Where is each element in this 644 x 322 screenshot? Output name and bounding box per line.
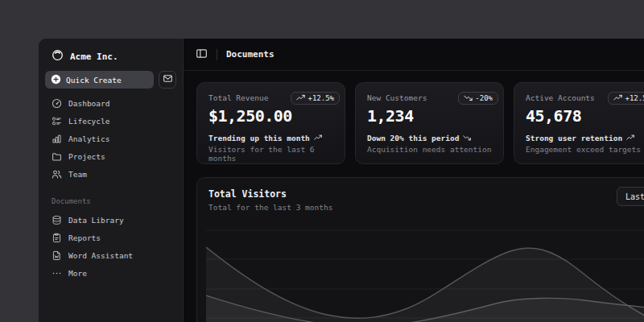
quick-create-label: Quick Create <box>66 76 122 85</box>
dashboard-gauge-icon <box>52 98 62 109</box>
footer-sub-text: Engagement exceed targets <box>526 145 644 154</box>
stat-card-new-customers: New Customers -20% 1,234 Down 20% this p… <box>355 82 504 164</box>
inner-shadow-circle-logo-icon <box>52 49 64 64</box>
inbox-button[interactable] <box>159 71 176 89</box>
sidebar-item-label: Analytics <box>68 134 109 143</box>
dots-icon <box>52 268 62 279</box>
card-footer: Trending up this month Visitors for the … <box>208 134 333 163</box>
sidebar-item-label: Lifecycle <box>68 117 109 126</box>
sidebar-item-label: Dashboard <box>68 99 109 108</box>
chart-subtitle: Total for the last 3 months <box>208 203 644 212</box>
sidebar-item-more[interactable]: More <box>45 265 176 282</box>
sidebar-item-reports[interactable]: Reports <box>45 229 176 246</box>
sidebar-item-label: Data Library <box>68 216 124 225</box>
badge-value: -20% <box>475 94 493 102</box>
sidebar-item-dashboard[interactable]: Dashboard <box>45 95 176 112</box>
sidebar-item-label: Reports <box>68 233 101 242</box>
page-title: Documents <box>226 49 275 60</box>
sidebar-item-label: Word Assistant <box>68 251 133 260</box>
sidebar-item-label: More <box>68 269 87 278</box>
folder-icon <box>52 151 62 162</box>
trending-up-icon <box>613 94 622 103</box>
sidebar-item-analytics[interactable]: Analytics <box>45 130 176 147</box>
org-switcher[interactable]: Acme Inc. <box>45 47 176 66</box>
trending-down-icon <box>463 134 471 142</box>
footer-main-text: Trending up this month <box>208 134 310 142</box>
chart-bar-icon <box>52 134 62 144</box>
sidebar-item-word-assistant[interactable]: Word Assistant <box>45 247 176 264</box>
database-icon <box>52 215 62 225</box>
time-range-button[interactable]: Last 3 months <box>617 187 644 206</box>
trending-down-icon <box>464 94 473 103</box>
card-value: 1,234 <box>367 106 492 126</box>
users-icon <box>52 169 62 180</box>
stat-cards-row: Total Revenue +12.5% $1,250.00 Trending … <box>196 82 644 164</box>
stat-card-active-accounts: Active Accounts +12.5% 45,678 Strong use… <box>514 82 644 164</box>
sidebar-item-data-library[interactable]: Data Library <box>45 212 176 229</box>
card-value: 45,678 <box>526 106 644 126</box>
panel-left-icon <box>196 47 208 62</box>
documents-nav: Data Library Reports Wor <box>45 212 176 282</box>
footer-main-text: Strong user retention <box>526 134 622 142</box>
footer-sub-text: Acquisition needs attention <box>367 145 492 154</box>
content-area: Total Revenue +12.5% $1,250.00 Trending … <box>184 71 644 322</box>
mail-icon <box>163 73 173 86</box>
sidebar-item-team[interactable]: Team <box>45 166 176 183</box>
trend-badge: -20% <box>458 92 498 105</box>
documents-section-label: Documents <box>45 197 176 207</box>
card-value: $1,250.00 <box>208 106 333 126</box>
card-footer: Strong user retention Engagement exceed … <box>526 134 644 154</box>
badge-value: +12.5% <box>625 94 644 102</box>
sidebar-toggle-button[interactable] <box>196 47 208 62</box>
header-divider <box>217 49 217 60</box>
sidebar-item-projects[interactable]: Projects <box>45 148 176 165</box>
trending-up-icon <box>314 134 322 142</box>
main-area: Documents Total Revenue +12.5% $1,250.00 <box>184 39 644 322</box>
file-word-icon <box>52 250 62 261</box>
trend-badge: +12.5% <box>291 92 340 105</box>
app-window: Acme Inc. Quick Create <box>39 39 644 322</box>
trending-up-icon <box>626 134 634 142</box>
badge-value: +12.5% <box>308 94 334 102</box>
area-chart-svg <box>206 229 644 322</box>
list-details-icon <box>52 116 62 126</box>
report-icon <box>52 233 62 243</box>
trending-up-icon <box>296 94 305 103</box>
sidebar-item-label: Projects <box>68 152 105 161</box>
footer-main-text: Down 20% this period <box>367 134 459 142</box>
sidebar: Acme Inc. Quick Create <box>39 39 184 322</box>
stat-card-total-revenue: Total Revenue +12.5% $1,250.00 Trending … <box>196 82 345 164</box>
top-header: Documents <box>184 39 644 71</box>
card-footer: Down 20% this period Acquisition needs a… <box>367 134 492 154</box>
org-name: Acme Inc. <box>70 52 118 62</box>
primary-nav: Dashboard Lifecycle Analytics <box>45 95 176 183</box>
footer-sub-text: Visitors for the last 6 months <box>208 145 333 163</box>
trend-badge: +12.5% <box>608 92 644 105</box>
circle-plus-filled-icon <box>51 74 61 86</box>
total-visitors-chart-card: Total Visitors Total for the last 3 mont… <box>196 177 644 322</box>
sidebar-item-label: Team <box>68 170 87 179</box>
visitors-area-chart <box>206 229 644 322</box>
quick-create-button[interactable]: Quick Create <box>45 71 154 89</box>
chart-title: Total Visitors <box>208 188 644 200</box>
sidebar-item-lifecycle[interactable]: Lifecycle <box>45 113 176 130</box>
